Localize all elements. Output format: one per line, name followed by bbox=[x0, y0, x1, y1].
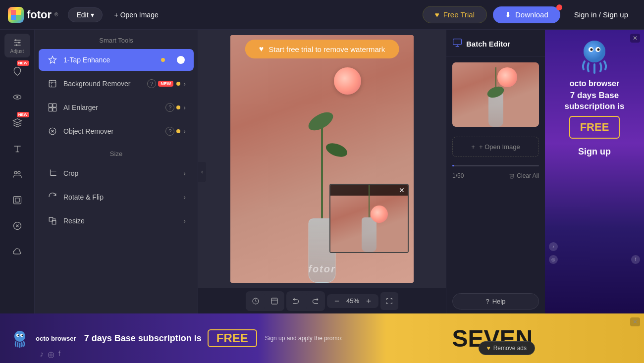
svg-rect-11 bbox=[13, 197, 21, 204]
clear-all-button[interactable]: Clear All bbox=[509, 172, 539, 179]
ai-enlarger-name: AI Enlarger bbox=[63, 104, 165, 111]
social-icons-left: ♪ ◎ bbox=[549, 242, 558, 264]
svg-point-4 bbox=[15, 39, 16, 41]
fotor-watermark: fotor bbox=[308, 263, 336, 275]
svg-rect-19 bbox=[53, 108, 56, 111]
zoom-out-button[interactable] bbox=[331, 295, 343, 307]
undo-button[interactable] bbox=[287, 292, 305, 310]
sidebar-item-layers[interactable]: NEW bbox=[4, 111, 30, 135]
bottom-ad-close-button[interactable]: ✕ bbox=[630, 317, 640, 326]
clear-all-label: Clear All bbox=[517, 172, 539, 179]
ad-headline: 7 days Base subscription is bbox=[551, 90, 638, 112]
bottom-ad-brand-text: octo browser bbox=[36, 335, 76, 342]
chevron-ai: › bbox=[183, 104, 186, 111]
svg-rect-2 bbox=[11, 15, 16, 20]
progress-fill bbox=[452, 165, 454, 166]
free-trial-button[interactable]: ♥ Free Trial bbox=[423, 6, 487, 23]
history-group bbox=[246, 291, 284, 311]
ad-octopus-icon bbox=[575, 36, 614, 75]
svg-point-5 bbox=[18, 42, 19, 43]
sidebar-item-eye[interactable] bbox=[4, 85, 30, 109]
help-icon-obj[interactable]: ? bbox=[165, 127, 174, 136]
enhance-toggle[interactable] bbox=[168, 55, 186, 65]
resize-icon bbox=[47, 215, 58, 227]
ad-panel: ✕ octo browser 7 days Base subscription … bbox=[545, 30, 644, 313]
sidebar-item-ai[interactable] bbox=[4, 214, 30, 238]
tools-panel: Smart Tools 1-Tap Enhance Background Rem… bbox=[35, 30, 198, 313]
canvas-content: fotor ✕ bbox=[198, 30, 446, 288]
svg-rect-17 bbox=[53, 104, 56, 107]
help-button[interactable]: ? Help bbox=[452, 293, 539, 310]
heart-icon-watermark: ♥ bbox=[259, 45, 264, 53]
ad-free-badge: FREE bbox=[569, 116, 620, 139]
batch-editor-title: Batch Editor bbox=[466, 40, 510, 48]
svg-rect-16 bbox=[49, 104, 53, 107]
tool-ai-enlarger[interactable]: AI Enlarger ? › bbox=[39, 97, 194, 118]
instagram-icon: ◎ bbox=[48, 350, 54, 359]
undo-redo-group bbox=[286, 291, 325, 311]
canvas-area: ♥ Start free trial to remove watermark ‹ bbox=[198, 30, 446, 313]
svg-rect-18 bbox=[49, 108, 53, 111]
svg-point-31 bbox=[597, 49, 600, 51]
pro-dot-obj bbox=[176, 129, 180, 133]
tool-crop[interactable]: Crop › bbox=[39, 162, 194, 184]
svg-rect-15 bbox=[49, 80, 56, 87]
sidebar-item-frames[interactable] bbox=[4, 188, 30, 212]
ad-close-button[interactable]: ✕ bbox=[630, 34, 640, 43]
tool-bg-remover[interactable]: Background Remover ? NEW › bbox=[39, 73, 194, 95]
progress-bar bbox=[452, 165, 539, 166]
bottom-ad-banner: octo browser 7 days Base subscription is… bbox=[0, 313, 644, 363]
batch-editor-header: Batch Editor bbox=[446, 30, 545, 56]
ai-enlarger-icon bbox=[47, 102, 58, 113]
tool-enhance[interactable]: 1-Tap Enhance bbox=[39, 49, 194, 71]
edit-button[interactable]: Edit ▾ bbox=[68, 7, 102, 22]
size-label: Size bbox=[35, 143, 198, 161]
svg-rect-25 bbox=[453, 39, 462, 45]
batch-editor-icon bbox=[452, 38, 462, 50]
social-icons-right: f bbox=[631, 255, 640, 264]
tool-resize[interactable]: Resize › bbox=[39, 210, 194, 232]
rotate-icon bbox=[47, 191, 58, 203]
ad-signup[interactable]: Sign up bbox=[578, 147, 611, 157]
timer-button[interactable] bbox=[247, 292, 265, 310]
redo-button[interactable] bbox=[306, 292, 324, 310]
chevron-bg: › bbox=[183, 80, 186, 88]
sidebar-item-adjust[interactable]: Adjust bbox=[4, 34, 30, 57]
sidebar-item-cloud[interactable] bbox=[4, 240, 30, 263]
download-button[interactable]: ⬇ Download bbox=[493, 6, 560, 23]
help-icon-bg[interactable]: ? bbox=[147, 79, 156, 88]
svg-rect-12 bbox=[15, 198, 19, 202]
fb-icon: f bbox=[58, 350, 60, 359]
collapse-button[interactable]: ‹ bbox=[198, 162, 206, 182]
rotate-name: Rotate & Flip bbox=[63, 193, 183, 201]
zoom-in-button[interactable] bbox=[363, 295, 375, 307]
crop-icon bbox=[47, 167, 58, 179]
remove-ads-button[interactable]: ♥ Remove ads bbox=[479, 341, 536, 355]
help-icon-ai[interactable]: ? bbox=[165, 103, 174, 112]
logo-tm: ® bbox=[54, 12, 58, 17]
zoom-value: 45% bbox=[344, 297, 362, 305]
open-image-button[interactable]: + Open Image bbox=[108, 8, 164, 22]
layers-button[interactable] bbox=[266, 292, 283, 310]
tiktok-icon: ♪ bbox=[40, 350, 44, 359]
svg-rect-24 bbox=[271, 298, 277, 304]
tool-object-remover[interactable]: Object Remover ? › bbox=[39, 120, 194, 142]
collapse-icon: ‹ bbox=[201, 168, 203, 175]
signin-button[interactable]: Sign in / Sign up bbox=[566, 6, 636, 23]
tool-rotate[interactable]: Rotate & Flip › bbox=[39, 186, 194, 208]
bottom-ad-free-badge: FREE bbox=[208, 329, 257, 347]
fit-screen-button[interactable] bbox=[380, 292, 398, 310]
leaf-2 bbox=[324, 141, 349, 159]
pro-dot-bg bbox=[176, 82, 180, 86]
open-image-panel[interactable]: + + Open Image bbox=[452, 137, 539, 157]
main-area: Adjust NEW NEW Smart Tools bbox=[0, 30, 644, 313]
sidebar-item-beauty[interactable]: NEW bbox=[4, 59, 30, 83]
sidebar-item-people[interactable] bbox=[4, 162, 30, 186]
svg-point-10 bbox=[17, 171, 20, 174]
sidebar-item-text[interactable] bbox=[4, 137, 30, 160]
svg-point-36 bbox=[22, 335, 23, 336]
watermark-banner[interactable]: ♥ Start free trial to remove watermark bbox=[245, 40, 399, 58]
chevron-crop: › bbox=[183, 169, 186, 177]
object-remover-name: Object Remover bbox=[63, 127, 165, 135]
mini-close-button[interactable]: ✕ bbox=[399, 186, 405, 194]
